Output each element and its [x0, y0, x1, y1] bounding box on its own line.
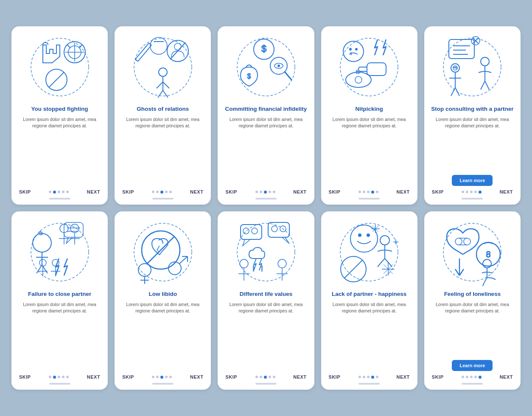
- svg-text:$: $: [247, 73, 251, 80]
- svg-point-113: [380, 236, 389, 245]
- next-button[interactable]: NEXT: [190, 189, 203, 194]
- card-title: Committing financial infidelity: [225, 105, 307, 113]
- svg-point-107: [358, 233, 361, 237]
- dot-4: [474, 376, 477, 378]
- home-bar: [358, 198, 380, 200]
- svg-point-124: [464, 238, 470, 245]
- dots-indicator: [152, 191, 172, 194]
- dot-2: [260, 191, 262, 193]
- dot-5: [273, 376, 275, 378]
- nav-row: SKIP NEXT: [120, 374, 205, 379]
- dot-4: [165, 191, 168, 193]
- next-button[interactable]: NEXT: [293, 374, 306, 379]
- skip-button[interactable]: SKIP: [19, 374, 31, 379]
- svg-point-12: [150, 37, 167, 54]
- next-button[interactable]: NEXT: [87, 189, 100, 194]
- dot-5: [169, 191, 172, 193]
- dot-5: [376, 191, 378, 193]
- home-bar: [152, 383, 174, 385]
- card-footer: SKIP NEXT: [327, 189, 412, 200]
- svg-point-108: [367, 233, 370, 237]
- dots-indicator: [152, 376, 172, 379]
- nav-row: SKIP NEXT: [327, 189, 412, 194]
- dot-2: [260, 376, 262, 378]
- skip-button[interactable]: SKIP: [432, 189, 444, 194]
- card-body: Lorem ipsum dolor sit dim amet, mea regi…: [224, 116, 308, 186]
- learn-more-button[interactable]: Learn more: [452, 360, 493, 371]
- svg-point-34: [355, 48, 358, 51]
- dot-2: [53, 191, 56, 194]
- next-button[interactable]: NEXT: [500, 374, 513, 379]
- card-failure-close: Failure to close partner Lorem ipsum dol…: [11, 211, 108, 390]
- skip-button[interactable]: SKIP: [225, 189, 237, 194]
- card-body: Lorem ipsum dolor sit dim amet, mea regi…: [17, 116, 102, 186]
- dots-indicator: [255, 191, 275, 194]
- card-low-libido: Low libido Lorem ipsum dolor sit dim ame…: [115, 211, 211, 390]
- card-title: You stopped fighting: [31, 105, 88, 113]
- dot-1: [358, 191, 361, 193]
- illustration-low-libido: [129, 218, 197, 286]
- card-stop-consulting: Stop consulting with a partner Lorem ips…: [424, 26, 521, 205]
- next-button[interactable]: NEXT: [396, 189, 409, 194]
- next-button[interactable]: NEXT: [396, 374, 409, 379]
- card-body: Lorem ipsum dolor sit dim amet, mea regi…: [430, 301, 515, 357]
- svg-point-33: [349, 48, 352, 51]
- card-footer: SKIP NEXT: [430, 189, 515, 200]
- next-button[interactable]: NEXT: [293, 189, 306, 194]
- next-button[interactable]: NEXT: [500, 189, 513, 194]
- svg-point-72: [39, 259, 46, 266]
- dot-4: [371, 376, 374, 379]
- skip-button[interactable]: SKIP: [19, 189, 31, 194]
- skip-button[interactable]: SKIP: [225, 374, 237, 379]
- card-title: Different life values: [240, 290, 293, 298]
- dot-3: [470, 191, 473, 193]
- card-stopped-fighting: You stopped fighting Lorem ipsum dolor s…: [11, 26, 108, 205]
- skip-button[interactable]: SKIP: [122, 189, 134, 194]
- nav-row: SKIP NEXT: [224, 189, 308, 194]
- card-title: Failure to close partner: [28, 290, 91, 298]
- svg-point-31: [340, 38, 398, 96]
- home-bar: [255, 198, 277, 200]
- dot-3: [367, 191, 370, 193]
- home-bar: [152, 198, 174, 200]
- svg-point-58: [33, 233, 51, 252]
- skip-button[interactable]: SKIP: [329, 374, 341, 379]
- card-title: Nitpicking: [356, 105, 383, 113]
- svg-line-80: [147, 236, 174, 264]
- illustration-lack-happiness: [335, 218, 403, 286]
- dots-indicator: [462, 191, 482, 194]
- dot-4: [371, 191, 374, 194]
- next-button[interactable]: NEXT: [190, 374, 203, 379]
- svg-line-49: [485, 81, 489, 90]
- svg-text:!: !: [252, 264, 255, 273]
- learn-more-button[interactable]: Learn more: [452, 175, 493, 186]
- skip-button[interactable]: SKIP: [329, 189, 341, 194]
- next-button[interactable]: NEXT: [87, 374, 100, 379]
- skip-button[interactable]: SKIP: [122, 374, 134, 379]
- svg-line-117: [344, 260, 362, 278]
- dot-4: [269, 376, 271, 378]
- nav-row: SKIP NEXT: [17, 374, 102, 379]
- svg-point-38: [443, 38, 501, 96]
- home-bar: [462, 383, 483, 385]
- card-body: Lorem ipsum dolor sit dim amet, mea regi…: [224, 301, 308, 371]
- card-footer: SKIP NEXT: [327, 374, 412, 385]
- svg-point-123: [455, 238, 462, 245]
- card-footer: SKIP NEXT: [430, 374, 515, 385]
- svg-text:8: 8: [486, 250, 491, 259]
- svg-point-102: [278, 259, 286, 268]
- dots-indicator: [49, 191, 69, 194]
- svg-rect-39: [449, 39, 474, 59]
- svg-line-54: [455, 87, 459, 96]
- card-body: Lorem ipsum dolor sit dim amet, mea regi…: [430, 116, 515, 171]
- home-bar: [462, 198, 483, 200]
- svg-point-30: [277, 65, 280, 67]
- skip-button[interactable]: SKIP: [432, 374, 444, 379]
- card-title: Lack of partner - happiness: [332, 290, 406, 298]
- illustration-stopped-fighting: [26, 33, 94, 101]
- card-body: Lorem ipsum dolor sit dim amet, mea regi…: [327, 116, 412, 186]
- svg-rect-35: [367, 63, 386, 76]
- dot-1: [152, 376, 154, 378]
- dot-2: [156, 376, 159, 378]
- svg-line-22: [163, 90, 168, 98]
